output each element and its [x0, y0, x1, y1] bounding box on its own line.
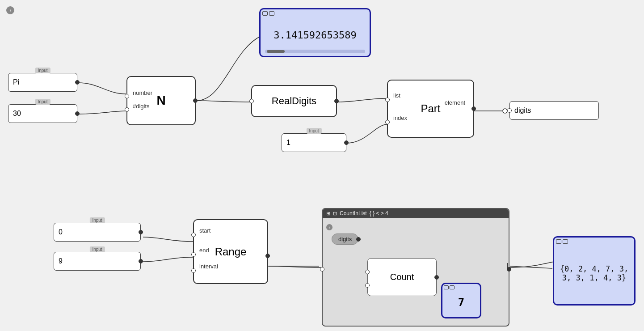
svg-point-0	[503, 109, 507, 113]
nine-input-value: 9	[59, 257, 63, 265]
digits-pill-output	[356, 237, 361, 242]
pi-input-value: Pi	[13, 78, 19, 86]
count-label: Count	[390, 272, 414, 282]
count-in-list-container: ⊞ ⊡ CountInList { } < > 4 i digits Count…	[322, 208, 509, 327]
part-list-label: list	[393, 92, 400, 99]
digits-output-box: digits	[509, 101, 599, 120]
n-number-port	[125, 94, 129, 98]
n-node-label: N	[156, 93, 165, 108]
pi-display-value: 3.141592653589	[274, 30, 356, 41]
thirty-input-box[interactable]: Input 30	[8, 104, 77, 123]
realdigits-node: RealDigits	[251, 85, 337, 117]
range-interval-port	[191, 268, 196, 273]
n-output-port	[193, 98, 198, 103]
digits-input-dot	[507, 108, 512, 113]
nine-input-label: Input	[89, 246, 105, 252]
zero-input-label: Input	[89, 217, 105, 223]
zero-input-value: 0	[59, 228, 63, 236]
pi-display-node: 3.141592653589	[259, 8, 371, 57]
range-start-label: start	[199, 227, 210, 234]
range-interval-label: interval	[199, 263, 218, 270]
realdigits-input-port	[249, 99, 254, 103]
corner-resize-icon2: ⊡	[333, 211, 337, 216]
mini-corner-icons	[444, 285, 455, 289]
container-input-port	[320, 267, 324, 272]
zero-input-box[interactable]: Input 0	[54, 223, 141, 242]
mini-display-value: 7	[458, 296, 464, 309]
part-index-label: index	[393, 115, 407, 121]
pi-input-box[interactable]: Input Pi	[8, 73, 77, 92]
range-node: Range start end interval	[193, 219, 268, 284]
pi-input-label: Input	[35, 68, 50, 73]
count-in-list-header: ⊞ ⊡ CountInList { } < > 4	[323, 209, 509, 218]
mini-display-7: 7	[441, 283, 481, 318]
one-input-value: 1	[286, 139, 290, 147]
thirty-input-label: Input	[35, 99, 50, 105]
info-icon: i	[6, 6, 14, 14]
n-digits-port	[125, 107, 129, 112]
part-label: Part	[421, 102, 440, 115]
count-in-list-meta: { } < > 4	[370, 210, 388, 216]
thirty-input-value: 30	[13, 110, 21, 118]
count-node: Count	[367, 258, 437, 296]
n-node: N number #digits	[126, 76, 196, 125]
container-info-icon: i	[326, 224, 333, 230]
part-node: Part list index element	[387, 80, 474, 138]
realdigits-output-port	[334, 99, 339, 103]
count-output	[434, 275, 439, 280]
scrollbar-thumb[interactable]	[267, 50, 285, 53]
part-index-port	[385, 120, 390, 124]
count-in-list-title: CountInList	[340, 210, 367, 216]
realdigits-label: RealDigits	[272, 95, 316, 107]
output-display-node: {0, 2, 4, 7, 3, 3, 3, 1, 4, 3}	[553, 236, 636, 306]
corner-icons	[262, 11, 274, 16]
range-end-port	[191, 252, 196, 257]
part-list-port	[385, 98, 390, 102]
container-output-port	[507, 267, 511, 272]
n-digits-label: #digits	[133, 103, 150, 110]
count-input-top	[365, 270, 370, 274]
count-input-bottom	[365, 283, 370, 288]
one-input-label: Input	[306, 128, 321, 134]
digits-output-value: digits	[514, 106, 531, 115]
part-element-label: element	[445, 99, 465, 106]
n-number-label: number	[133, 89, 152, 96]
corner-resize-icon: ⊞	[326, 211, 330, 216]
zero-output-dot	[139, 230, 143, 234]
range-end-label: end	[199, 247, 209, 254]
scrollbar[interactable]	[265, 50, 365, 53]
range-output-port	[265, 254, 270, 258]
digits-pill: digits	[332, 233, 358, 245]
one-output-dot	[344, 140, 349, 145]
range-start-port	[191, 233, 196, 237]
nine-output-dot	[139, 259, 143, 263]
nine-input-box[interactable]: Input 9	[54, 252, 141, 271]
output-display-value: {0, 2, 4, 7, 3, 3, 3, 1, 4, 3}	[556, 264, 632, 282]
output-corner-icons	[556, 239, 568, 244]
one-input-box[interactable]: Input 1	[282, 133, 346, 152]
range-label: Range	[215, 246, 247, 258]
digits-pill-label: digits	[338, 236, 352, 242]
pi-output-dot	[75, 80, 80, 85]
part-output-port	[471, 106, 476, 111]
thirty-output-dot	[75, 111, 80, 116]
